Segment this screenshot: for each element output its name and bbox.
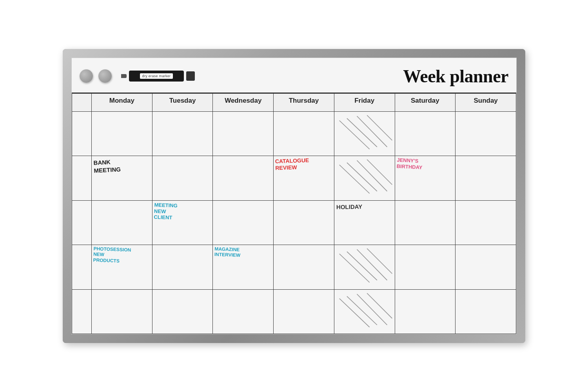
wednesday-row3[interactable] bbox=[213, 200, 274, 245]
entry-photosession: PHOTOSESSIONNEWPRODUCTS bbox=[91, 244, 133, 266]
wednesday-row4[interactable]: MAGAZINEINTERVIEW bbox=[213, 245, 274, 289]
table-row bbox=[72, 112, 516, 156]
svg-line-13 bbox=[347, 296, 377, 325]
thursday-row5[interactable] bbox=[274, 289, 334, 334]
saturday-row1[interactable] bbox=[395, 112, 456, 156]
svg-line-5 bbox=[347, 163, 377, 191]
saturday-row5[interactable] bbox=[395, 289, 456, 334]
friday-row4 bbox=[334, 245, 395, 289]
top-section: dry erase marker Week planner bbox=[72, 58, 516, 93]
entry-holiday: HOLIDAY bbox=[334, 200, 365, 213]
whiteboard-surface: dry erase marker Week planner bbox=[71, 58, 517, 334]
accessories-area: dry erase marker bbox=[80, 69, 195, 83]
svg-line-4 bbox=[339, 165, 370, 194]
friday-row1 bbox=[334, 112, 395, 156]
header-saturday: Saturday bbox=[395, 94, 456, 112]
sunday-row3[interactable] bbox=[456, 200, 516, 245]
entry-bank-meeting: BANKMEETING bbox=[91, 155, 123, 177]
svg-line-9 bbox=[347, 252, 377, 280]
thursday-row3[interactable] bbox=[274, 200, 334, 245]
svg-line-11 bbox=[367, 249, 392, 274]
tuesday-row4[interactable] bbox=[152, 245, 213, 289]
saturday-row2[interactable]: JENNY'SBIRTHDAY bbox=[395, 156, 456, 200]
entry-meeting-new-client: MEETINGNEWCLIENT bbox=[152, 200, 179, 223]
sunday-row5[interactable] bbox=[456, 289, 516, 334]
table-row: MEETINGNEWCLIENT HOLIDAY bbox=[72, 200, 516, 245]
magnet-2 bbox=[98, 69, 112, 83]
sunday-row1[interactable] bbox=[456, 112, 516, 156]
row-num-5 bbox=[72, 289, 92, 334]
marker-cap bbox=[186, 71, 195, 81]
monday-row2[interactable]: BANKMEETING bbox=[92, 156, 152, 200]
monday-row4[interactable]: PHOTOSESSIONNEWPRODUCTS bbox=[92, 245, 152, 289]
svg-line-7 bbox=[367, 160, 392, 185]
entry-magazine-interview: MAGAZINEINTERVIEW bbox=[213, 245, 243, 260]
marker-container: dry erase marker bbox=[121, 71, 195, 82]
friday-row5 bbox=[334, 289, 395, 334]
tuesday-row3[interactable]: MEETINGNEWCLIENT bbox=[152, 200, 213, 245]
svg-line-6 bbox=[357, 161, 387, 192]
marker-tip bbox=[121, 74, 127, 78]
thursday-row1[interactable] bbox=[274, 112, 334, 156]
marker-label: dry erase marker bbox=[140, 73, 173, 79]
tuesday-row1[interactable] bbox=[152, 112, 213, 156]
svg-line-8 bbox=[339, 254, 370, 283]
friday-row2 bbox=[334, 156, 395, 200]
header-sunday: Sunday bbox=[456, 94, 516, 112]
svg-line-14 bbox=[357, 294, 387, 325]
header-row-num bbox=[72, 94, 92, 112]
header-thursday: Thursday bbox=[274, 94, 334, 112]
svg-line-1 bbox=[347, 118, 377, 147]
row-num-4 bbox=[72, 245, 92, 289]
header-monday: Monday bbox=[92, 94, 152, 112]
row-num-3 bbox=[72, 200, 92, 245]
monday-row1[interactable] bbox=[92, 112, 152, 156]
monday-row3[interactable] bbox=[92, 200, 152, 245]
friday-row3[interactable]: HOLIDAY bbox=[334, 200, 395, 245]
table-row: PHOTOSESSIONNEWPRODUCTS MAGAZINEINTERVIE… bbox=[72, 245, 516, 289]
tuesday-row2[interactable] bbox=[152, 156, 213, 200]
table-row bbox=[72, 289, 516, 334]
whiteboard-frame: dry erase marker Week planner bbox=[63, 49, 525, 343]
svg-line-12 bbox=[339, 298, 370, 327]
svg-line-0 bbox=[339, 120, 370, 149]
wednesday-row5[interactable] bbox=[213, 289, 274, 334]
svg-line-3 bbox=[367, 115, 392, 140]
sunday-row2[interactable] bbox=[456, 156, 516, 200]
grid-section: Monday Tuesday Wednesday Thursday Friday… bbox=[72, 93, 516, 334]
row-num-1 bbox=[72, 112, 92, 156]
header-friday: Friday bbox=[334, 94, 395, 112]
tuesday-row5[interactable] bbox=[152, 289, 213, 334]
svg-line-10 bbox=[357, 249, 387, 280]
entry-catalogue-review: CATALOGUEREVIEW bbox=[273, 156, 311, 173]
monday-row5[interactable] bbox=[92, 289, 152, 334]
wednesday-row1[interactable] bbox=[213, 112, 274, 156]
svg-line-2 bbox=[357, 116, 387, 147]
table-row: BANKMEETING CATALOGUEREVIEW bbox=[72, 156, 516, 200]
thursday-row4[interactable] bbox=[274, 245, 334, 289]
thursday-row2[interactable]: CATALOGUEREVIEW bbox=[274, 156, 334, 200]
wednesday-row2[interactable] bbox=[213, 156, 274, 200]
marker-body: dry erase marker bbox=[129, 71, 184, 82]
saturday-row3[interactable] bbox=[395, 200, 456, 245]
board-title: Week planner bbox=[403, 66, 508, 87]
entry-jenny-birthday: JENNY'SBIRTHDAY bbox=[395, 155, 425, 172]
header-wednesday: Wednesday bbox=[213, 94, 274, 112]
sunday-row4[interactable] bbox=[456, 245, 516, 289]
header-tuesday: Tuesday bbox=[152, 94, 213, 112]
saturday-row4[interactable] bbox=[395, 245, 456, 289]
svg-line-15 bbox=[367, 293, 392, 318]
row-num-2 bbox=[72, 156, 92, 200]
planner-grid: Monday Tuesday Wednesday Thursday Friday… bbox=[72, 93, 516, 334]
magnet-1 bbox=[80, 69, 93, 83]
